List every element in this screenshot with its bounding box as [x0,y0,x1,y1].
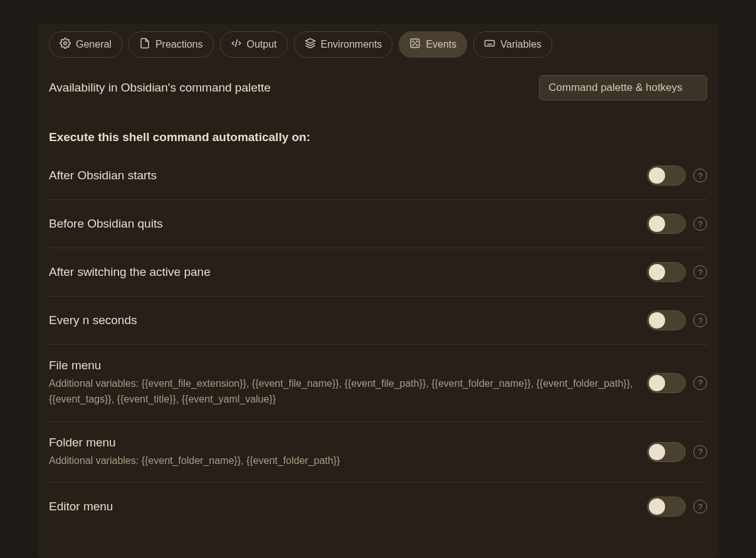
event-toggle[interactable] [647,373,686,393]
keyboard-icon [484,38,495,51]
gear-icon [60,38,71,51]
svg-rect-9 [485,41,495,46]
help-icon[interactable]: ? [693,217,707,231]
svg-point-8 [415,43,416,44]
help-icon[interactable]: ? [693,376,707,390]
availability-dropdown[interactable]: Command palette & hotkeys [539,75,707,100]
tab-label: Preactions [155,39,203,50]
toggle-knob [649,312,665,329]
svg-line-1 [235,39,237,47]
tab-label: Environments [321,39,382,50]
event-title: Folder menu [49,436,634,450]
event-title: File menu [49,359,634,372]
help-icon[interactable]: ? [693,445,707,459]
event-title: Before Obsidian quits [49,217,634,231]
dice-icon [409,38,421,51]
toggle-knob [649,167,665,184]
tabs-row: General Preactions Output Environments [38,24,718,65]
tab-label: Variables [500,39,542,50]
event-title: Editor menu [49,500,634,513]
tab-label: Events [426,39,456,50]
event-title: Every n seconds [49,313,634,327]
tab-label: General [76,39,112,50]
event-description: Additional variables: {{event_file_exten… [49,376,634,408]
event-title: After switching the active pane [49,265,634,279]
output-icon [231,38,242,51]
svg-point-6 [413,45,414,46]
event-toggle[interactable] [647,262,686,282]
layers-icon [305,38,316,51]
event-title: After Obsidian starts [49,169,634,182]
event-row: After Obsidian starts? [49,152,707,200]
tab-label: Output [247,39,277,50]
event-toggle[interactable] [647,214,686,234]
help-icon[interactable]: ? [693,265,707,279]
toggle-knob [649,375,665,391]
event-row: File menuAdditional variables: {{event_f… [49,345,707,422]
svg-marker-2 [305,39,315,44]
event-row: Folder menuAdditional variables: {{event… [49,422,707,483]
availability-label: Availability in Obsidian's command palet… [49,81,271,95]
tab-general[interactable]: General [49,31,122,58]
help-icon[interactable]: ? [693,169,707,182]
svg-point-4 [413,41,414,42]
toggle-knob [649,498,665,515]
event-toggle[interactable] [647,442,686,462]
tab-variables[interactable]: Variables [473,31,552,58]
svg-point-7 [417,45,418,46]
event-toggle[interactable] [647,497,686,517]
event-row: Editor menu? [49,483,707,530]
event-toggle[interactable] [647,166,686,186]
file-icon [139,38,150,51]
toggle-knob [649,264,665,280]
svg-point-0 [64,42,67,45]
tab-preactions[interactable]: Preactions [129,31,214,58]
svg-point-5 [417,41,418,42]
tab-output[interactable]: Output [220,31,288,58]
event-row: Before Obsidian quits? [49,200,707,248]
help-icon[interactable]: ? [693,500,707,513]
help-icon[interactable]: ? [693,313,707,327]
event-toggle[interactable] [647,310,686,330]
section-heading: Execute this shell command automatically… [49,130,707,144]
tab-environments[interactable]: Environments [294,31,393,58]
tab-events[interactable]: Events [399,31,467,58]
event-row: Every n seconds? [49,297,707,345]
toggle-knob [649,216,665,232]
toggle-knob [649,444,665,460]
event-description: Additional variables: {{event_folder_nam… [49,453,634,469]
event-row: After switching the active pane? [49,248,707,297]
